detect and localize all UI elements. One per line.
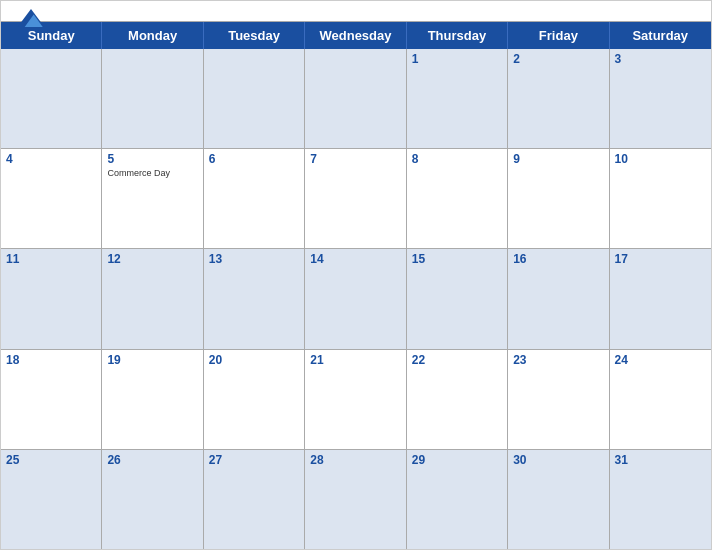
day-cell: 10 [610, 149, 711, 248]
day-cell [305, 49, 406, 148]
day-header-saturday: Saturday [610, 22, 711, 49]
day-number: 21 [310, 353, 400, 367]
day-cell [1, 49, 102, 148]
day-header-tuesday: Tuesday [204, 22, 305, 49]
day-number: 29 [412, 453, 502, 467]
day-header-wednesday: Wednesday [305, 22, 406, 49]
day-cell: 3 [610, 49, 711, 148]
day-header-friday: Friday [508, 22, 609, 49]
day-cell: 31 [610, 450, 711, 549]
week-row-2: 45Commerce Day678910 [1, 148, 711, 248]
day-number: 25 [6, 453, 96, 467]
day-cell: 18 [1, 350, 102, 449]
day-cell: 13 [204, 249, 305, 348]
day-number: 4 [6, 152, 96, 166]
day-number: 13 [209, 252, 299, 266]
day-cell: 15 [407, 249, 508, 348]
day-cell: 28 [305, 450, 406, 549]
day-cell: 26 [102, 450, 203, 549]
day-cell: 25 [1, 450, 102, 549]
day-number: 14 [310, 252, 400, 266]
day-header-monday: Monday [102, 22, 203, 49]
day-number: 24 [615, 353, 706, 367]
event-label: Commerce Day [107, 168, 197, 178]
day-cell [204, 49, 305, 148]
day-cell: 14 [305, 249, 406, 348]
day-cell: 27 [204, 450, 305, 549]
day-number: 23 [513, 353, 603, 367]
day-number: 9 [513, 152, 603, 166]
day-cell: 4 [1, 149, 102, 248]
day-cell: 7 [305, 149, 406, 248]
day-cell: 11 [1, 249, 102, 348]
calendar-container: SundayMondayTuesdayWednesdayThursdayFrid… [0, 0, 712, 550]
week-row-1: 123 [1, 49, 711, 148]
day-number: 11 [6, 252, 96, 266]
day-cell: 21 [305, 350, 406, 449]
day-number: 22 [412, 353, 502, 367]
logo-icon [17, 9, 45, 27]
day-cell: 9 [508, 149, 609, 248]
logo [17, 9, 47, 27]
day-header-thursday: Thursday [407, 22, 508, 49]
day-number: 5 [107, 152, 197, 166]
day-headers-row: SundayMondayTuesdayWednesdayThursdayFrid… [1, 22, 711, 49]
day-number: 7 [310, 152, 400, 166]
day-cell: 30 [508, 450, 609, 549]
day-number: 19 [107, 353, 197, 367]
day-number: 20 [209, 353, 299, 367]
day-cell: 20 [204, 350, 305, 449]
day-number: 1 [412, 52, 502, 66]
day-number: 10 [615, 152, 706, 166]
week-row-4: 18192021222324 [1, 349, 711, 449]
day-cell: 17 [610, 249, 711, 348]
day-number: 27 [209, 453, 299, 467]
day-cell: 29 [407, 450, 508, 549]
day-cell: 1 [407, 49, 508, 148]
day-cell [102, 49, 203, 148]
day-number: 30 [513, 453, 603, 467]
day-cell: 8 [407, 149, 508, 248]
week-row-3: 11121314151617 [1, 248, 711, 348]
day-number: 12 [107, 252, 197, 266]
day-number: 17 [615, 252, 706, 266]
calendar-header [1, 1, 711, 21]
day-cell: 16 [508, 249, 609, 348]
day-cell: 5Commerce Day [102, 149, 203, 248]
week-row-5: 25262728293031 [1, 449, 711, 549]
day-number: 2 [513, 52, 603, 66]
day-cell: 23 [508, 350, 609, 449]
day-number: 8 [412, 152, 502, 166]
day-cell: 6 [204, 149, 305, 248]
day-cell: 12 [102, 249, 203, 348]
day-number: 18 [6, 353, 96, 367]
day-number: 26 [107, 453, 197, 467]
day-number: 6 [209, 152, 299, 166]
weeks-container: 12345Commerce Day67891011121314151617181… [1, 49, 711, 549]
day-cell: 22 [407, 350, 508, 449]
day-number: 15 [412, 252, 502, 266]
day-number: 16 [513, 252, 603, 266]
day-number: 31 [615, 453, 706, 467]
day-number: 3 [615, 52, 706, 66]
day-cell: 24 [610, 350, 711, 449]
day-cell: 19 [102, 350, 203, 449]
calendar-grid: SundayMondayTuesdayWednesdayThursdayFrid… [1, 21, 711, 549]
day-cell: 2 [508, 49, 609, 148]
day-number: 28 [310, 453, 400, 467]
